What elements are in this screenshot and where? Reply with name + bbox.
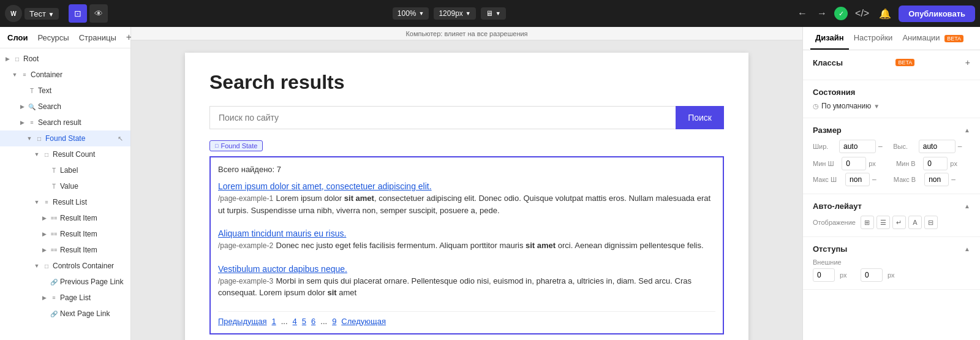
min-h-unit: px — [950, 160, 962, 167]
total-found-text: Всего найдено: 7 — [218, 165, 715, 174]
code-button[interactable]: </> — [853, 6, 872, 21]
tab-animations[interactable]: Анимации BETA — [897, 27, 968, 50]
layer-item-result-list[interactable]: ▼ ≡ Result List — [0, 194, 130, 210]
height-input[interactable] — [919, 140, 956, 153]
result-link-1[interactable]: Lorem ipsum dolor sit amet, consectetuer… — [218, 181, 715, 191]
min-h-input[interactable] — [923, 157, 948, 170]
min-w-input[interactable] — [842, 157, 866, 170]
display-label: Отображение — [813, 219, 856, 226]
layer-item-page-list[interactable]: ▶ ≡ Page List — [0, 290, 130, 306]
auto-layout-collapse[interactable]: ▲ — [964, 203, 970, 210]
add-class-button[interactable]: + — [965, 58, 970, 67]
tab-resources[interactable]: Ресурсы — [37, 33, 69, 42]
indent-collapse[interactable]: ▲ — [964, 246, 970, 252]
states-section: Состояния ◷ По умолчанию ▼ — [803, 80, 980, 118]
indent-right-unit: px — [888, 271, 906, 279]
classes-title: Классы — [813, 58, 843, 67]
notification-button[interactable]: 🔔 — [876, 6, 894, 22]
layer-item-result-item-3[interactable]: ▶ ≡≡ Result Item — [0, 242, 130, 258]
layer-item-found-state[interactable]: ▼ □ Found State ↖ — [0, 130, 130, 146]
status-indicator: ✓ — [834, 7, 848, 20]
indent-right-input[interactable] — [861, 268, 883, 282]
right-sidebar: Дизайн Настройки Анимации BETA Классы BE… — [802, 27, 980, 340]
search-button[interactable]: Поиск — [676, 106, 724, 129]
layer-item-next-page-link[interactable]: 🔗 Next Page Link — [0, 306, 130, 322]
left-sidebar: Слои Ресурсы Страницы + ▶ □ Root ▼ ≡ Con… — [0, 27, 131, 340]
result-link-2[interactable]: Aliquam tincidunt mauris eu risus. — [218, 229, 715, 238]
tab-design[interactable]: Дизайн — [810, 27, 849, 50]
layer-item-search-result[interactable]: ▶ ≡ Search result — [0, 115, 130, 130]
layer-item-value[interactable]: T Value — [0, 178, 130, 194]
layout-row-icon[interactable]: ☰ — [876, 216, 890, 229]
ellipsis-2: ... — [320, 317, 327, 326]
cursor-indicator: ↖ — [118, 135, 126, 143]
min-h-label: Мин В — [896, 160, 921, 167]
result-item-1: Lorem ipsum dolor sit amet, consectetuer… — [218, 181, 715, 216]
found-state-badge: □ Found State — [209, 140, 263, 151]
sidebar-tabs: Слои Ресурсы Страницы + — [0, 27, 130, 48]
ruler-bar: Компьютер: влияет на все разрешения — [131, 27, 802, 40]
undo-button[interactable]: ← — [795, 6, 810, 21]
max-h-label: Макс В — [894, 176, 922, 183]
search-bar: Поиск — [209, 106, 724, 129]
layer-item-controls-container[interactable]: ▼ □ Controls Container — [0, 258, 130, 274]
layer-item-result-item-2[interactable]: ▶ ≡≡ Result Item — [0, 226, 130, 242]
publish-button[interactable]: Опубликовать — [899, 6, 975, 22]
layer-item-prev-page-link[interactable]: 🔗 Previous Page Link — [0, 274, 130, 290]
tab-layers[interactable]: Слои — [7, 33, 28, 42]
min-w-unit: px — [869, 160, 881, 167]
size-collapse[interactable]: ▲ — [964, 127, 970, 134]
layer-item-label[interactable]: T Label — [0, 162, 130, 178]
frame-tool-button[interactable]: ⊡ — [69, 4, 87, 23]
tab-settings[interactable]: Настройки — [849, 27, 898, 50]
app-name-button[interactable]: Тест ▼ — [24, 8, 59, 20]
eye-tool-button[interactable]: 👁 — [89, 4, 108, 23]
page-6[interactable]: 6 — [311, 317, 315, 326]
auto-layout-title: Авто-лейаут — [813, 202, 862, 211]
page-9[interactable]: 9 — [332, 317, 336, 326]
layer-item-result-item-1[interactable]: ▶ ≡≡ Result Item — [0, 210, 130, 226]
outer-indent-label: Внешние — [813, 259, 970, 266]
layer-item-container[interactable]: ▼ ≡ Container — [0, 67, 130, 83]
search-input[interactable] — [209, 106, 676, 129]
prev-page-button[interactable]: Предыдущая — [218, 317, 267, 326]
layer-item-root[interactable]: ▶ □ Root — [0, 51, 130, 67]
page-4[interactable]: 4 — [293, 317, 297, 326]
indent-top-input[interactable] — [813, 268, 835, 282]
layout-custom-icon[interactable]: ⊟ — [924, 216, 938, 229]
layer-item-text[interactable]: T Text — [0, 83, 130, 99]
canvas-scroll[interactable]: Search results Поиск □ Found State Всего… — [131, 40, 802, 340]
width-input[interactable] — [839, 140, 876, 153]
layout-wrap-icon[interactable]: ↵ — [892, 216, 906, 229]
max-h-input[interactable] — [924, 173, 949, 186]
max-w-label: Макс Ш — [813, 176, 843, 183]
app-logo: W — [5, 5, 22, 22]
layout-icons: ⊞ ☰ ↵ A ⊟ — [861, 216, 938, 229]
max-w-input[interactable] — [845, 173, 870, 186]
tab-pages[interactable]: Страницы — [79, 33, 116, 42]
layout-grid-icon[interactable]: ⊞ — [861, 216, 874, 229]
layout-text-icon[interactable]: A — [908, 216, 922, 229]
page-1[interactable]: 1 — [272, 317, 276, 326]
width-dash[interactable]: – — [878, 142, 891, 151]
state-chevron: ▼ — [873, 103, 880, 110]
ellipsis-1: ... — [281, 317, 288, 326]
height-dash[interactable]: – — [958, 142, 970, 151]
result-item-3: Vestibulum auctor dapibus neque. /page-e… — [218, 264, 715, 299]
canvas-page: Search results Поиск □ Found State Всего… — [185, 53, 748, 340]
width-label: Шир. — [813, 143, 837, 150]
resolution-selector[interactable]: 1209px ▼ — [434, 7, 475, 20]
result-path-1: /page-example-1 — [218, 194, 273, 203]
layer-item-result-count[interactable]: ▼ □ Result Count — [0, 146, 130, 162]
result-desc-1: Lorem ipsum dolor sit amet, consectetuer… — [218, 194, 710, 215]
device-selector[interactable]: 🖥 ▼ — [481, 7, 506, 20]
zoom-selector[interactable]: 100% ▼ — [393, 7, 429, 20]
redo-button[interactable]: → — [815, 6, 829, 21]
result-link-3[interactable]: Vestibulum auctor dapibus neque. — [218, 264, 715, 274]
classes-beta-badge: BETA — [895, 59, 914, 66]
page-5[interactable]: 5 — [302, 317, 306, 326]
next-page-button[interactable]: Следующая — [341, 317, 386, 326]
layer-item-search[interactable]: ▶ 🔍 Search — [0, 99, 130, 115]
state-selector[interactable]: ◷ По умолчанию ▼ — [813, 102, 880, 110]
result-path-3: /page-example-3 — [218, 277, 273, 285]
